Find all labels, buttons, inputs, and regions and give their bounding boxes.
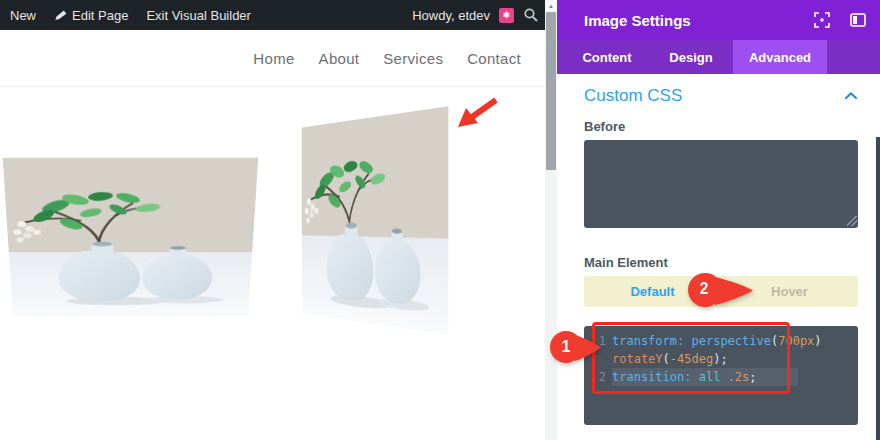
panel-header-icons xyxy=(814,12,866,28)
admin-bar-left: New Edit Page Exit Visual Builder xyxy=(0,8,251,23)
page-scrollbar[interactable]: ▲ xyxy=(545,0,557,440)
scrollbar-up-icon[interactable]: ▲ xyxy=(545,0,557,12)
nav-item-home[interactable]: Home xyxy=(253,50,294,67)
admin-new-button[interactable]: New xyxy=(10,8,36,23)
annotation-pin-1-number: 1 xyxy=(549,330,583,364)
panel-layout-icon[interactable] xyxy=(850,12,866,28)
nav-item-services[interactable]: Services xyxy=(383,50,443,67)
red-arrow-annotation xyxy=(456,95,502,131)
panel-title: Image Settings xyxy=(584,12,691,29)
howdy-account-link[interactable]: Howdy, etdev xyxy=(412,8,490,23)
annotation-pin-1: 1 xyxy=(549,330,605,366)
page-preview: Home About Services Contact xyxy=(0,30,545,440)
custom-css-title: Custom CSS xyxy=(584,86,682,106)
tab-advanced[interactable]: Advanced xyxy=(733,40,827,74)
panel-header: Image Settings xyxy=(557,0,880,40)
main-element-field-label: Main Element xyxy=(584,255,668,270)
nav-item-contact[interactable]: Contact xyxy=(467,50,521,67)
tab-content[interactable]: Content xyxy=(565,40,649,74)
panel-tabs: Content Design Advanced xyxy=(557,40,880,74)
wp-admin-bar: New Edit Page Exit Visual Builder Howdy,… xyxy=(0,0,547,30)
site-nav: Home About Services Contact xyxy=(0,30,545,87)
before-css-input[interactable] xyxy=(584,140,858,228)
screenshot-root: New Edit Page Exit Visual Builder Howdy,… xyxy=(0,0,880,440)
expand-module-icon[interactable] xyxy=(814,12,830,28)
vase-photo xyxy=(3,158,258,316)
panel-scrollbar[interactable] xyxy=(876,137,880,440)
admin-exit-visual-builder-button[interactable]: Exit Visual Builder xyxy=(146,8,251,23)
admin-bar-right: Howdy, etdev ✱ xyxy=(412,7,547,23)
pencil-icon xyxy=(54,9,67,22)
page-scrollbar-thumb[interactable] xyxy=(546,12,556,170)
admin-edit-page-button[interactable]: Edit Page xyxy=(54,8,128,23)
before-field-label: Before xyxy=(584,119,625,134)
tab-design[interactable]: Design xyxy=(649,40,733,74)
vase-image-hover-transformed[interactable] xyxy=(302,106,449,335)
annotation-pin-2-number: 2 xyxy=(687,272,721,306)
annotation-pin-2: 2 xyxy=(687,272,761,310)
chevron-up-icon[interactable] xyxy=(844,91,858,101)
red-rectangle-annotation xyxy=(592,322,790,394)
custom-css-section-header[interactable]: Custom CSS xyxy=(584,86,858,106)
vase-photo xyxy=(302,106,449,335)
textarea-resize-handle[interactable] xyxy=(847,216,857,226)
nav-item-about[interactable]: About xyxy=(319,50,360,67)
vase-image-default[interactable] xyxy=(3,158,258,316)
search-icon[interactable] xyxy=(523,7,539,23)
avatar[interactable]: ✱ xyxy=(499,8,514,23)
edit-page-label: Edit Page xyxy=(72,8,128,23)
